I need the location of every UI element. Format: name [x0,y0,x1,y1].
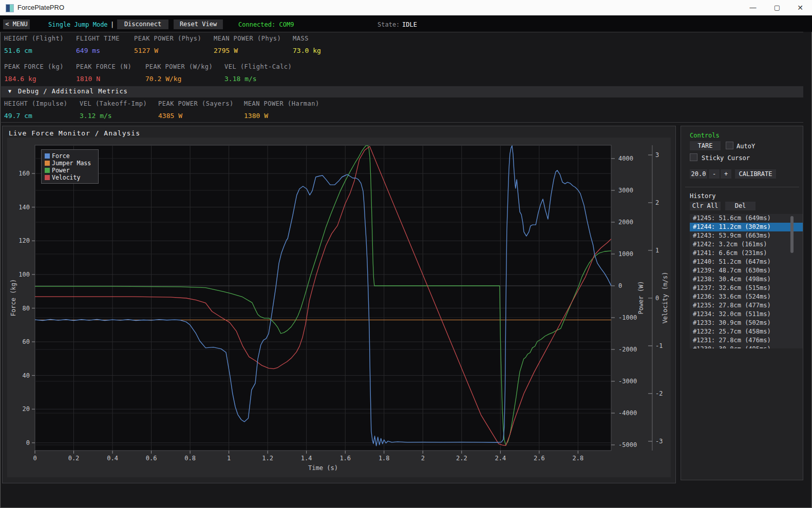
legend-item: Force [45,152,95,159]
metric-peak-force-n-: PEAK FORCE (N)1810 N [76,63,131,83]
close-button[interactable]: ✕ [788,0,812,15]
history-item[interactable]: #1234: 32.0cm (511ms) [690,310,803,319]
metric-label: MEAN POWER (Harman) [244,100,319,107]
metric-mean-power-phys-: MEAN POWER (Phys)2795 W [214,35,281,54]
metric-peak-power-sayers-: PEAK POWER (Sayers)4385 W [158,100,234,120]
history-item[interactable]: #1237: 32.6cm (515ms) [690,284,803,292]
legend-label: Jumper Mass [52,160,91,167]
history-item[interactable]: #1238: 30.4cm (498ms) [690,275,803,284]
metric-value: 5127 W [134,47,201,54]
metric-value: 2795 W [214,47,281,54]
legend-item: Power [45,167,95,173]
metric-label: PEAK FORCE (N) [76,63,131,70]
maximize-button[interactable]: ▢ [765,0,789,15]
debug-header-label: Debug / Additional Metrics [18,88,128,95]
autoy-checkbox[interactable] [726,142,733,149]
increment-button[interactable]: + [721,169,731,179]
disconnect-button[interactable]: Disconnect [117,19,168,29]
menu-button[interactable]: < MENU [3,19,30,29]
toolbar: < MENU Single Jump Mode | Disconnect Res… [0,15,812,32]
legend-swatch-icon [45,168,50,173]
sticky-cursor-checkbox[interactable] [690,153,697,161]
metric-height-impulse-: HEIGHT (Impulse)49.7 cm [4,100,68,120]
metric-label: PEAK POWER (Sayers) [158,100,234,107]
history-item[interactable]: #1241: 6.6cm (231ms) [690,249,803,258]
state-label: State: [377,21,400,28]
mode-label: Single Jump Mode [48,21,108,28]
clear-all-button[interactable]: Clr All [690,202,721,210]
divider [1,32,803,32]
metric-value: 73.0 kg [293,47,321,54]
metric-height-flight-: HEIGHT (Flight)51.6 cm [4,35,64,54]
decrement-button[interactable]: - [709,169,720,179]
reset-view-button[interactable]: Reset View [174,19,223,29]
metric-value: 184.6 kg [4,75,64,83]
history-list[interactable]: #1245: 51.6cm (649ms)#1244: 11.2cm (302m… [690,214,803,348]
history-item[interactable]: #1235: 27.8cm (477ms) [690,301,803,310]
chart-legend: ForceJumper MassPowerVelocity [41,149,99,184]
metric-label: FLIGHT TIME [76,35,120,42]
history-item[interactable]: #1242: 3.2cm (161ms) [690,240,803,249]
metric-value: 49.7 cm [4,112,68,120]
calibrate-button[interactable]: CALIBRATE [735,169,776,179]
legend-label: Power [52,167,70,174]
metric-label: PEAK FORCE (kg) [4,63,64,70]
chart-panel-title: Live Force Monitor / Analysis [9,129,140,137]
app-icon [6,4,14,12]
history-header: History [690,192,716,200]
state-value: IDLE [402,21,417,28]
metric-peak-power-phys-: PEAK POWER (Phys)5127 W [134,35,201,54]
legend-swatch-icon [45,161,50,166]
chart-panel: Live Force Monitor / Analysis [2,126,676,483]
history-item[interactable]: #1232: 25.7cm (458ms) [690,327,803,336]
legend-label: Velocity [52,174,80,181]
sticky-cursor-label: Sticky Cursor [702,154,750,162]
metric-label: MASS [293,35,321,42]
metric-label: HEIGHT (Flight) [4,35,64,42]
debug-section-header[interactable]: ▼ Debug / Additional Metrics [1,86,803,97]
metric-label: MEAN POWER (Phys) [214,35,281,42]
history-item[interactable]: #1239: 48.7cm (630ms) [690,266,803,275]
metric-mass: MASS73.0 kg [293,35,321,54]
history-scrollbar[interactable] [790,216,794,253]
metric-value: 1810 N [76,75,131,83]
legend-swatch-icon [45,175,50,180]
metric-label: VEL (Takeoff-Imp) [80,100,147,107]
metric-label: PEAK POWER (W/kg) [145,63,213,70]
metric-label: PEAK POWER (Phys) [134,35,201,42]
metric-value: 649 ms [76,47,120,54]
autoy-label: AutoY [737,143,755,150]
history-item[interactable]: #1233: 30.9cm (502ms) [690,319,803,327]
history-item[interactable]: #1236: 33.6cm (524ms) [690,292,803,301]
metric-label: HEIGHT (Impulse) [4,100,68,107]
history-item[interactable]: #1245: 51.6cm (649ms) [690,214,803,223]
collapse-icon[interactable]: ▼ [8,88,11,94]
metric-peak-force-kg-: PEAK FORCE (kg)184.6 kg [4,63,64,83]
history-item[interactable]: #1240: 51.2cm (647ms) [690,258,803,266]
divider [685,187,799,187]
minimize-button[interactable]: — [741,0,765,15]
app-window: ForcePlatePRO — ▢ ✕ < MENU Single Jump M… [0,0,812,508]
metric-value: 3.18 m/s [224,75,292,83]
metric-peak-power-w-kg-: PEAK POWER (W/kg)70.2 W/kg [145,63,213,83]
history-item[interactable]: #1230: 30.0cm (495ms) [690,345,803,348]
metric-label: VEL (Flight-Calc) [224,63,292,70]
history-item-selected[interactable]: #1244: 11.2cm (302ms) [690,223,803,231]
tare-button[interactable]: TARE [690,141,721,150]
controls-header: Controls [690,132,720,139]
delete-button[interactable]: Del [725,202,756,210]
legend-label: Force [52,152,70,160]
legend-item: Jumper Mass [45,160,95,166]
history-item[interactable]: #1243: 53.9cm (663ms) [690,231,803,240]
title-bar: ForcePlatePRO — ▢ ✕ [0,0,812,15]
legend-item: Velocity [45,174,95,181]
calibrate-value-field[interactable]: 20.0 [690,169,707,179]
metric-value: 51.6 cm [4,47,64,54]
metric-value: 1380 W [244,112,319,120]
controls-sidebar: Controls TARE AutoY Sticky Cursor 20.0 -… [681,126,803,480]
window-title: ForcePlatePRO [17,4,64,11]
metric-value: 70.2 W/kg [145,75,213,83]
metric-vel-takeoff-imp-: VEL (Takeoff-Imp)3.12 m/s [80,100,147,120]
metric-mean-power-harman-: MEAN POWER (Harman)1380 W [244,100,319,120]
history-item[interactable]: #1231: 27.8cm (476ms) [690,336,803,345]
